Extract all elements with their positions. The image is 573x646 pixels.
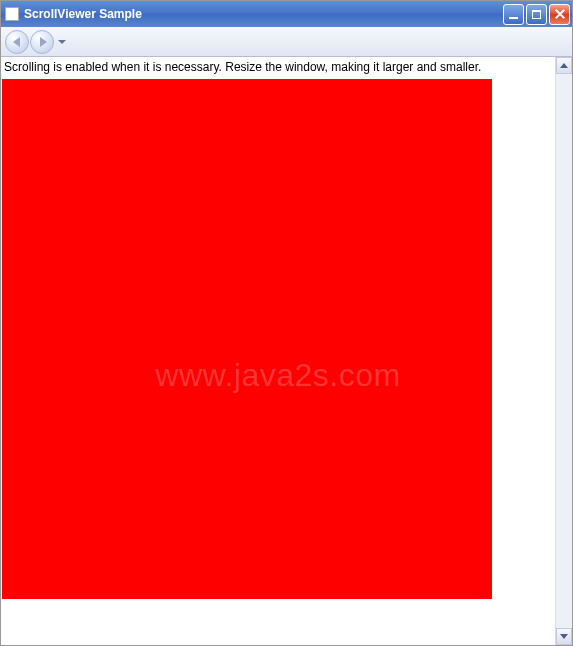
window-title: ScrollViewer Sample: [24, 7, 503, 21]
scroll-down-button[interactable]: [556, 628, 572, 645]
titlebar[interactable]: ScrollViewer Sample: [1, 1, 572, 27]
app-icon: [5, 7, 19, 21]
scrollviewer-content: Scrolling is enabled when it is necessar…: [1, 57, 555, 645]
chevron-up-icon: [560, 63, 568, 68]
scroll-up-button[interactable]: [556, 57, 572, 74]
minimize-button[interactable]: [503, 4, 524, 25]
instruction-text: Scrolling is enabled when it is necessar…: [2, 60, 554, 77]
scroll-track[interactable]: [556, 74, 572, 628]
maximize-icon: [532, 10, 541, 19]
client-area: Scrolling is enabled when it is necessar…: [1, 57, 572, 645]
navigation-toolbar: [1, 27, 572, 57]
arrow-right-icon: [40, 37, 47, 47]
nav-history-dropdown[interactable]: [58, 40, 66, 44]
window-controls: [503, 4, 570, 25]
close-icon: [555, 9, 565, 19]
vertical-scrollbar[interactable]: [555, 57, 572, 645]
minimize-icon: [509, 16, 518, 19]
red-rectangle: [2, 79, 492, 599]
back-button[interactable]: [5, 30, 29, 54]
chevron-down-icon: [560, 634, 568, 639]
close-button[interactable]: [549, 4, 570, 25]
arrow-left-icon: [13, 37, 20, 47]
maximize-button[interactable]: [526, 4, 547, 25]
forward-button[interactable]: [30, 30, 54, 54]
